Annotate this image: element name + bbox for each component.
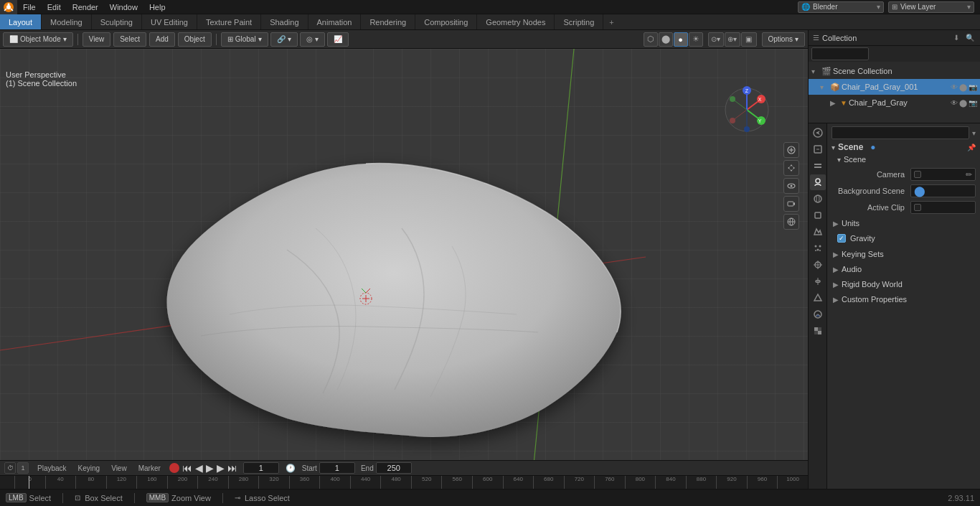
render-icon[interactable]: 📷 <box>969 83 977 91</box>
proportional-edit-btn[interactable]: ◎ ▾ <box>300 32 325 47</box>
tab-scripting[interactable]: Scripting <box>555 14 603 29</box>
section-pin-icon[interactable]: 📌 <box>967 144 976 151</box>
props-tab-object-data[interactable] <box>810 290 826 306</box>
current-frame-input[interactable]: 1 <box>243 462 279 474</box>
xray-btn[interactable]: ▣ <box>741 32 757 47</box>
tab-texture-paint[interactable]: Texture Paint <box>197 14 261 29</box>
solid-btn[interactable]: ⬤ <box>659 32 673 47</box>
mat-visibility-icon[interactable]: 👁 <box>951 99 958 107</box>
visibility-icon[interactable]: 👁 <box>951 83 958 91</box>
background-scene-value[interactable]: ⬤ <box>910 184 976 197</box>
timeline-mode-selector[interactable]: ⏱ <box>4 462 16 474</box>
object-mode-selector[interactable]: ⬜ Object Mode ▾ <box>3 32 73 47</box>
menu-edit[interactable]: Edit <box>42 0 67 14</box>
props-tab-output[interactable] <box>810 141 826 157</box>
mat-render-icon[interactable]: 📷 <box>969 99 977 107</box>
scene-selector[interactable]: 🌐 Blender ▾ <box>798 1 884 13</box>
pan-view-btn[interactable] <box>783 160 799 176</box>
menu-window[interactable]: Window <box>104 0 143 14</box>
transform-selector[interactable]: ⊞ Global ▾ <box>221 32 268 47</box>
menu-render[interactable]: Render <box>67 0 104 14</box>
record-btn[interactable] <box>169 463 179 473</box>
menu-file[interactable]: File <box>17 0 42 14</box>
view-layer-selector[interactable]: ⊞ View Layer ▾ <box>888 1 974 13</box>
3d-viewport[interactable]: User Perspective (1) Scene Collection X <box>0 49 808 460</box>
material-preview-btn[interactable]: ● <box>674 32 688 47</box>
props-tab-world[interactable] <box>810 191 826 207</box>
rigid-body-collapsible[interactable]: ▶ Rigid Body World <box>831 277 976 291</box>
show-overlays-btn[interactable]: ⊕▾ <box>725 32 740 47</box>
props-tab-object[interactable] <box>810 207 826 223</box>
menu-help[interactable]: Help <box>143 0 171 14</box>
keying-menu-btn[interactable]: Keying <box>75 464 103 472</box>
object-menu-btn[interactable]: Object <box>178 32 212 47</box>
tab-modeling[interactable]: Modeling <box>42 14 92 29</box>
props-tab-physics[interactable] <box>810 257 826 273</box>
gravity-checkbox[interactable]: ✓ <box>837 234 846 243</box>
playback-menu-btn[interactable]: Playback <box>34 464 70 472</box>
graph-btn[interactable]: 📈 <box>327 32 349 47</box>
keying-sets-collapsible[interactable]: ▶ Keying Sets <box>831 247 976 261</box>
camera-value-input[interactable]: ✏ <box>910 168 976 181</box>
show-gizmos-btn[interactable]: ⊙▾ <box>708 32 724 47</box>
orientation-gizmo[interactable]: X Y Z <box>722 85 772 135</box>
jump-to-end-btn[interactable]: ⏭ <box>227 462 237 474</box>
marker-menu-btn[interactable]: Marker <box>136 464 164 472</box>
tab-uv-editing[interactable]: UV Editing <box>142 14 197 29</box>
outliner-filter-icon[interactable]: ⬇ <box>951 32 962 44</box>
view-menu-btn[interactable]: View <box>83 32 111 47</box>
add-menu-btn[interactable]: Add <box>149 32 175 47</box>
outliner-item-chair-pad-material[interactable]: ▶ ▼ Chair_Pad_Gray 👁 ⬤ 📷 <box>809 95 980 111</box>
timeline-ruler[interactable]: 0 40 80 120 160 200 240 280 320 360 400 … <box>0 476 808 489</box>
play-btn[interactable]: ▶ <box>206 462 214 474</box>
props-tab-texture[interactable] <box>810 323 826 339</box>
wireframe-btn[interactable]: ⬡ <box>644 32 658 47</box>
end-frame-input[interactable]: 250 <box>376 462 412 474</box>
audio-collapsible[interactable]: ▶ Audio <box>831 262 976 276</box>
active-clip-value[interactable] <box>910 201 976 214</box>
props-tab-modifiers[interactable] <box>810 224 826 240</box>
view-menu-btn-tl[interactable]: View <box>108 464 130 472</box>
options-btn[interactable]: Options ▾ <box>762 32 805 47</box>
prev-frame-btn[interactable]: ◀ <box>195 462 203 474</box>
tab-rendering[interactable]: Rendering <box>361 14 415 29</box>
props-tab-render[interactable] <box>810 125 826 141</box>
mat-viewport-icon[interactable]: ⬤ <box>959 99 967 107</box>
tab-animation[interactable]: Animation <box>308 14 362 29</box>
scene-sub-arrow[interactable]: ▾ <box>837 156 841 164</box>
transform-snap-btn[interactable]: 🔗 ▾ <box>270 32 298 47</box>
select-menu-label: Select <box>120 35 140 43</box>
props-tab-view-layer[interactable] <box>810 158 826 174</box>
tab-compositing[interactable]: Compositing <box>415 14 477 29</box>
select-menu-btn[interactable]: Select <box>113 32 146 47</box>
props-tab-scene[interactable] <box>810 174 826 190</box>
zoom-camera-btn[interactable] <box>783 142 799 158</box>
world-view-btn[interactable] <box>783 214 799 230</box>
outliner-item-chair-pad-001[interactable]: ▾ 📦 Chair_Pad_Gray_001 👁 ⬤ 📷 <box>809 79 980 95</box>
scene-collection-root[interactable]: ▾ 🎬 Scene Collection <box>809 63 980 79</box>
outliner-search-icon[interactable]: 🔍 <box>964 32 976 44</box>
outliner-search-input[interactable] <box>811 47 869 60</box>
camera-edit-icon[interactable]: ✏ <box>966 170 972 179</box>
props-filter-btn[interactable]: ▾ <box>972 129 976 137</box>
units-collapsible[interactable]: ▶ Units <box>831 216 976 230</box>
jump-to-start-btn[interactable]: ⏮ <box>182 462 192 474</box>
tab-geometry-nodes[interactable]: Geometry Nodes <box>477 14 555 29</box>
camera-view-btn[interactable] <box>783 196 799 212</box>
start-frame-input[interactable]: 1 <box>319 462 355 474</box>
orbit-view-btn[interactable] <box>783 178 799 194</box>
viewport-icon[interactable]: ⬤ <box>959 83 967 91</box>
view-layer-name: View Layer <box>900 3 936 11</box>
scene-section-arrow[interactable]: ▾ <box>831 144 835 151</box>
props-tab-particles[interactable] <box>810 240 826 256</box>
props-search-input[interactable] <box>831 126 969 139</box>
props-tab-constraints[interactable] <box>810 273 826 289</box>
next-frame-btn[interactable]: ▶ <box>217 462 225 474</box>
add-workspace-button[interactable]: + <box>603 18 619 27</box>
tab-shading[interactable]: Shading <box>261 14 308 29</box>
rendered-btn[interactable]: ☀ <box>689 32 703 47</box>
props-tab-material[interactable] <box>810 306 826 322</box>
tab-sculpting[interactable]: Sculpting <box>92 14 142 29</box>
tab-layout[interactable]: Layout <box>0 14 42 29</box>
custom-props-collapsible[interactable]: ▶ Custom Properties <box>831 292 976 306</box>
